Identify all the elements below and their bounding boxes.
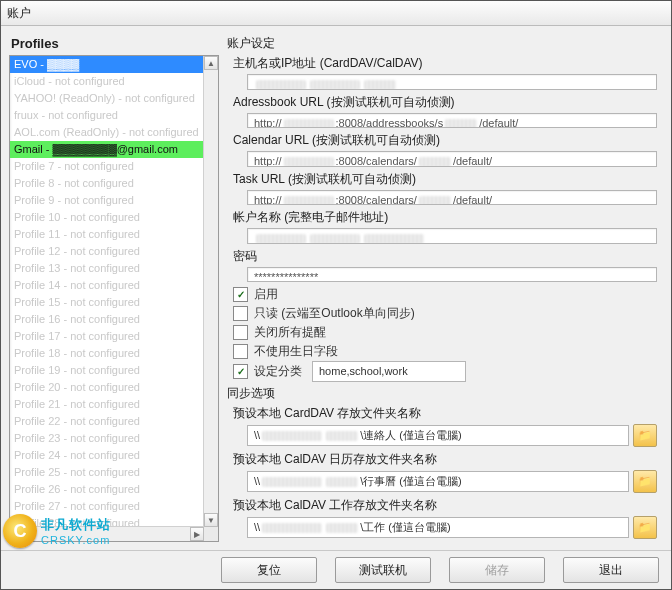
profile-item[interactable]: Profile 26 - not configured [10, 481, 204, 498]
caldav-task-folder-label: 预设本地 CalDAV 工作存放文件夹名称 [227, 496, 663, 515]
task-url-input[interactable]: http://:8008/calendars//default/ [247, 190, 657, 206]
addressbook-url-label: Adressbook URL (按测试联机可自动侦测) [227, 93, 663, 112]
cald-mid: \行事曆 (僅這台電腦) [360, 472, 461, 491]
profile-item[interactable]: Profile 24 - not configured [10, 447, 204, 464]
task-suffix: /default/ [453, 194, 492, 206]
no-birthday-checkbox[interactable] [233, 344, 248, 359]
caldav-calendar-folder-input[interactable]: \\\行事曆 (僅這台電腦) [247, 471, 629, 492]
cal-prefix: http:// [254, 155, 282, 167]
window: 账户 Profiles EVO - ▓▓▓▓iCloud - not confi… [0, 0, 672, 590]
vertical-scrollbar[interactable]: ▲ ▼ [203, 56, 218, 527]
categories-input[interactable]: home,school,work [312, 361, 466, 382]
password-input[interactable]: *************** [247, 267, 657, 283]
reset-button[interactable]: 复位 [221, 557, 317, 583]
profile-item[interactable]: Profile 12 - not configured [10, 243, 204, 260]
titlebar: 账户 [1, 1, 671, 26]
profile-item[interactable]: iCloud - not configured [10, 73, 204, 90]
profile-item[interactable]: AOL.com (ReadOnly) - not configured [10, 124, 204, 141]
window-title: 账户 [7, 5, 31, 22]
profile-item[interactable]: Profile 9 - not configured [10, 192, 204, 209]
folder-icon: 📁 [638, 429, 652, 442]
profile-item[interactable]: EVO - ▓▓▓▓ [10, 56, 204, 73]
profile-item[interactable]: Profile 23 - not configured [10, 430, 204, 447]
profile-item[interactable]: Profile 7 - not configured [10, 158, 204, 175]
profiles-header: Profiles [9, 34, 219, 55]
categories-checkbox[interactable] [233, 364, 248, 379]
profile-item[interactable]: YAHOO! (ReadOnly) - not configured [10, 90, 204, 107]
cal-mid: :8008/calendars/ [336, 155, 417, 167]
folder-icon: 📁 [638, 475, 652, 488]
profile-item[interactable]: Profile 13 - not configured [10, 260, 204, 277]
account-name-input[interactable] [247, 228, 657, 244]
footer-buttonbar: 复位 测试联机 储存 退出 [1, 550, 671, 589]
card-pre: \\ [254, 426, 260, 445]
cal-suffix: /default/ [453, 155, 492, 167]
enable-checkbox[interactable] [233, 287, 248, 302]
addr-prefix: http:// [254, 117, 282, 129]
password-label: 密码 [227, 247, 663, 266]
carddav-folder-browse-button[interactable]: 📁 [633, 424, 657, 447]
profile-item[interactable]: Profile 27 - not configured [10, 498, 204, 515]
profile-item[interactable]: Profile 20 - not configured [10, 379, 204, 396]
readonly-checkbox[interactable] [233, 306, 248, 321]
cald-pre: \\ [254, 472, 260, 491]
sync-options-title: 同步选项 [227, 384, 663, 404]
caldav-task-folder-browse-button[interactable]: 📁 [633, 516, 657, 539]
profile-item[interactable]: Profile 18 - not configured [10, 345, 204, 362]
host-input[interactable] [247, 74, 657, 90]
addr-mid: :8008/addressbooks/s [336, 117, 444, 129]
caldav-calendar-folder-label: 预设本地 CalDAV 日历存放文件夹名称 [227, 450, 663, 469]
calendar-url-label: Calendar URL (按测试联机可自动侦测) [227, 131, 663, 150]
addressbook-url-input[interactable]: http://:8008/addressbooks/s/default/ [247, 113, 657, 129]
close-reminders-checkbox[interactable] [233, 325, 248, 340]
profile-item[interactable]: Profile 25 - not configured [10, 464, 204, 481]
profile-item[interactable]: Profile 19 - not configured [10, 362, 204, 379]
host-label: 主机名或IP地址 (CardDAV/CalDAV) [227, 54, 663, 73]
window-body: Profiles EVO - ▓▓▓▓iCloud - not configur… [1, 26, 671, 550]
enable-label: 启用 [254, 286, 278, 303]
scroll-up-button[interactable]: ▲ [204, 56, 218, 70]
save-button[interactable]: 储存 [449, 557, 545, 583]
card-mid: \連絡人 (僅這台電腦) [360, 426, 461, 445]
task-mid2: \工作 (僅這台電腦) [360, 518, 450, 537]
caldav-calendar-folder-browse-button[interactable]: 📁 [633, 470, 657, 493]
calendar-url-input[interactable]: http://:8008/calendars//default/ [247, 151, 657, 167]
profile-item[interactable]: fruux - not configured [10, 107, 204, 124]
account-name-label: 帐户名称 (完整电子邮件地址) [227, 208, 663, 227]
caldav-task-folder-input[interactable]: \\\工作 (僅這台電腦) [247, 517, 629, 538]
scroll-right-button[interactable]: ▶ [190, 527, 204, 541]
task-prefix: http:// [254, 194, 282, 206]
profile-item[interactable]: Profile 21 - not configured [10, 396, 204, 413]
close-reminders-label: 关闭所有提醒 [254, 324, 326, 341]
scroll-down-button[interactable]: ▼ [204, 513, 218, 527]
no-birthday-label: 不使用生日字段 [254, 343, 338, 360]
settings-panel: 账户设定 主机名或IP地址 (CardDAV/CalDAV) Adressboo… [227, 34, 663, 542]
profile-item[interactable]: Profile 14 - not configured [10, 277, 204, 294]
profile-item[interactable]: Profile 22 - not configured [10, 413, 204, 430]
carddav-folder-input[interactable]: \\\連絡人 (僅這台電腦) [247, 425, 629, 446]
profile-item[interactable]: Gmail - ▓▓▓▓▓▓▓▓@gmail.com [10, 141, 204, 158]
profile-item[interactable]: Profile 10 - not configured [10, 209, 204, 226]
addr-suffix: /default/ [479, 117, 518, 129]
task-mid: :8008/calendars/ [336, 194, 417, 206]
readonly-label: 只读 (云端至Outlook单向同步) [254, 305, 415, 322]
test-connection-button[interactable]: 测试联机 [335, 557, 431, 583]
profile-item[interactable]: Profile 15 - not configured [10, 294, 204, 311]
exit-button[interactable]: 退出 [563, 557, 659, 583]
profiles-panel: Profiles EVO - ▓▓▓▓iCloud - not configur… [9, 34, 219, 542]
task-url-label: Task URL (按测试联机可自动侦测) [227, 170, 663, 189]
horizontal-scrollbar[interactable]: ◀ ▶ [10, 526, 204, 541]
profile-item[interactable]: Profile 8 - not configured [10, 175, 204, 192]
profile-item[interactable]: Profile 16 - not configured [10, 311, 204, 328]
profiles-listbox[interactable]: EVO - ▓▓▓▓iCloud - not configuredYAHOO! … [9, 55, 219, 542]
profile-item[interactable]: Profile 17 - not configured [10, 328, 204, 345]
profile-item[interactable]: Profile 11 - not configured [10, 226, 204, 243]
task-pre: \\ [254, 518, 260, 537]
account-settings-title: 账户设定 [227, 34, 663, 54]
carddav-folder-label: 预设本地 CardDAV 存放文件夹名称 [227, 404, 663, 423]
scroll-left-button[interactable]: ◀ [10, 527, 24, 541]
scrollbar-corner [204, 527, 218, 541]
categories-label: 设定分类 [254, 363, 302, 380]
folder-icon: 📁 [638, 521, 652, 534]
